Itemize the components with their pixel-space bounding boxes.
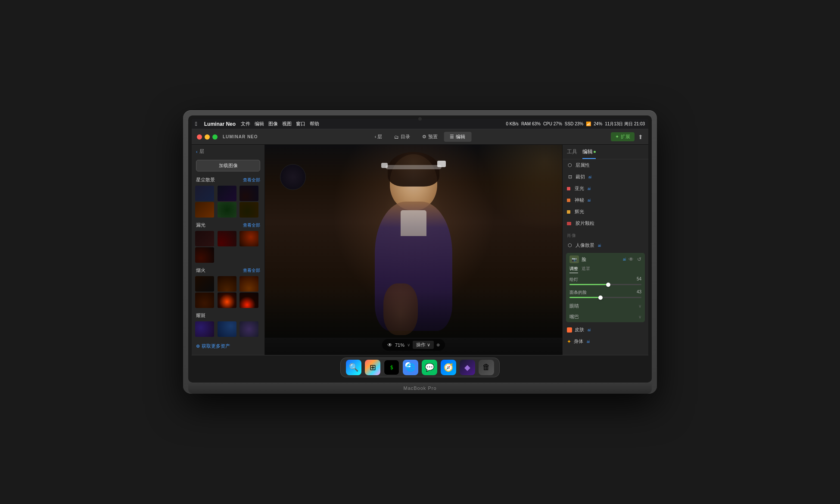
menu-help[interactable]: 帮助	[310, 121, 319, 127]
tab-edit[interactable]: 编辑	[582, 148, 596, 159]
body-label: 身体	[574, 338, 583, 345]
stardust-bokeh-label: 星尘散景	[196, 177, 215, 183]
mouth-collapsible[interactable]: 嘴巴 ∨	[566, 311, 645, 322]
light-leak-view-all[interactable]: 查看全部	[243, 222, 260, 228]
thumb-item[interactable]	[218, 202, 236, 218]
menu-image[interactable]: 图像	[268, 121, 278, 127]
apple-logo-icon[interactable]: 	[195, 121, 197, 127]
face-slim-labels: 面条的脸 43	[569, 289, 641, 296]
skin-ai-badge: ai	[588, 328, 591, 332]
portrait-bokeh-item[interactable]: ⬡ 人像散景 ai	[563, 240, 648, 251]
thumb-item[interactable]	[240, 321, 258, 337]
dock-finder[interactable]: 🔍	[346, 360, 361, 375]
thumb-item[interactable]	[195, 247, 214, 263]
thumb-item[interactable]	[218, 186, 236, 201]
crop-item[interactable]: ⊡ 裁切 ai	[563, 171, 648, 183]
lighting-value: 54	[637, 277, 641, 283]
thumb-item[interactable]	[240, 202, 258, 218]
action-button[interactable]: 操作 ∨	[413, 341, 434, 349]
menu-file[interactable]: 文件	[241, 121, 250, 127]
expand-button[interactable]: ✦ 扩展	[611, 132, 635, 141]
face-tab-mask[interactable]: 遮罩	[582, 266, 590, 273]
dock-wechat[interactable]: 💬	[422, 360, 437, 375]
face-slim-slider-track[interactable]	[569, 297, 641, 298]
thumb-item[interactable]	[240, 276, 258, 292]
thumb-item[interactable]	[218, 276, 236, 292]
screen:  Luminar Neo 文件 编辑 图像 视图 窗口 帮助 0 KB/s R…	[192, 119, 648, 379]
mystery-label: 神秘	[575, 197, 584, 203]
main-content: ‹ 层 加载图像 星尘散景 查看全部	[192, 145, 648, 355]
lighting-slider-track[interactable]	[569, 284, 641, 285]
layer-properties-icon: ⬡	[567, 162, 573, 168]
mystery-item[interactable]: 神秘 ai	[563, 194, 648, 206]
dock-chrome[interactable]: 🌐	[403, 360, 418, 375]
skin-label: 皮肤	[575, 327, 584, 333]
get-more-label: 获取更多资产	[202, 343, 230, 349]
catalog-button[interactable]: 🗂 目录	[388, 132, 416, 142]
close-button[interactable]	[197, 134, 202, 140]
dock-luminar[interactable]: ◆	[460, 360, 475, 375]
edit-button[interactable]: ☰ 编辑	[444, 132, 471, 142]
face-label: 脸	[582, 256, 619, 263]
face-slim-slider-row: 面条的脸 43	[566, 288, 645, 301]
menu-window[interactable]: 窗口	[296, 121, 305, 127]
lighting-label: 给灯	[569, 277, 578, 283]
dock-terminal[interactable]: $	[384, 360, 399, 375]
body-item[interactable]: ✦ 身体 ai	[563, 336, 648, 347]
thumb-item[interactable]	[240, 186, 258, 201]
share-icon[interactable]: ⬆	[638, 134, 643, 140]
stardust-view-all[interactable]: 查看全部	[243, 177, 260, 183]
film-grain-item[interactable]: 胶片颗粒	[563, 218, 648, 229]
skin-icon	[567, 327, 572, 333]
edit-label: 编辑	[456, 134, 465, 140]
dock-safari[interactable]: 🧭	[441, 360, 456, 375]
menu-view[interactable]: 视图	[282, 121, 292, 127]
expand-label: 扩展	[621, 134, 630, 140]
get-more-icon: ⊕	[196, 343, 200, 349]
eye-icon[interactable]: 👁	[628, 256, 634, 262]
edit-dot	[594, 151, 596, 153]
thumb-item[interactable]	[195, 186, 214, 201]
menu-edit[interactable]: 编辑	[255, 121, 264, 127]
eyes-chevron-icon: ∨	[638, 304, 641, 308]
glow-label: 辉光	[575, 208, 584, 215]
eyes-label: 眼睛	[569, 303, 579, 309]
face-tabs: 调整 遮罩	[566, 266, 645, 275]
thumb-item[interactable]	[195, 292, 214, 308]
matte-item[interactable]: 亚光 ai	[563, 183, 648, 194]
film-color-icon	[567, 222, 571, 225]
minimize-button[interactable]	[205, 134, 210, 140]
thumb-item[interactable]	[195, 202, 214, 218]
portrait-bokeh-label: 人像散景	[576, 242, 594, 249]
fireworks-label: 烟火	[196, 267, 205, 274]
lighting-slider-fill	[569, 284, 608, 285]
fireworks-view-all[interactable]: 查看全部	[243, 268, 260, 274]
face-slim-slider-thumb[interactable]	[598, 296, 603, 300]
tab-tools[interactable]: 工具	[567, 148, 577, 159]
dock-launchpad[interactable]: ⊞	[365, 360, 380, 375]
thumb-item[interactable]	[218, 231, 236, 246]
get-more-assets[interactable]: ⊕ 获取更多资产	[192, 339, 264, 353]
face-tab-adjust[interactable]: 调整	[569, 266, 578, 273]
thumb-item[interactable]	[218, 292, 236, 308]
thumb-item[interactable]	[195, 321, 214, 337]
layer-properties-item[interactable]: ⬡ 层属性	[563, 159, 648, 171]
preset-button[interactable]: ⚙ 预置	[416, 132, 444, 142]
reset-icon[interactable]: ↺	[637, 256, 641, 262]
thumb-item[interactable]	[240, 292, 258, 308]
thumb-item[interactable]	[195, 276, 214, 292]
load-image-button[interactable]: 加载图像	[196, 160, 260, 171]
glow-item[interactable]: 辉光	[563, 206, 648, 218]
visibility-icon[interactable]: 👁	[387, 342, 392, 348]
thumb-item[interactable]	[240, 231, 258, 246]
dock-trash[interactable]: 🗑	[479, 360, 494, 375]
thumb-item[interactable]	[195, 231, 214, 246]
back-arrow-icon[interactable]: ‹	[196, 149, 198, 154]
maximize-button[interactable]	[212, 134, 218, 140]
lighting-slider-thumb[interactable]	[606, 283, 610, 287]
eyes-collapsible[interactable]: 眼睛 ∨	[566, 301, 645, 311]
toolbar-back[interactable]: ‹ 层	[369, 132, 389, 142]
skin-item[interactable]: 皮肤 ai	[563, 324, 648, 336]
thumb-item[interactable]	[218, 321, 236, 337]
light-leak-thumbnails	[192, 230, 264, 265]
